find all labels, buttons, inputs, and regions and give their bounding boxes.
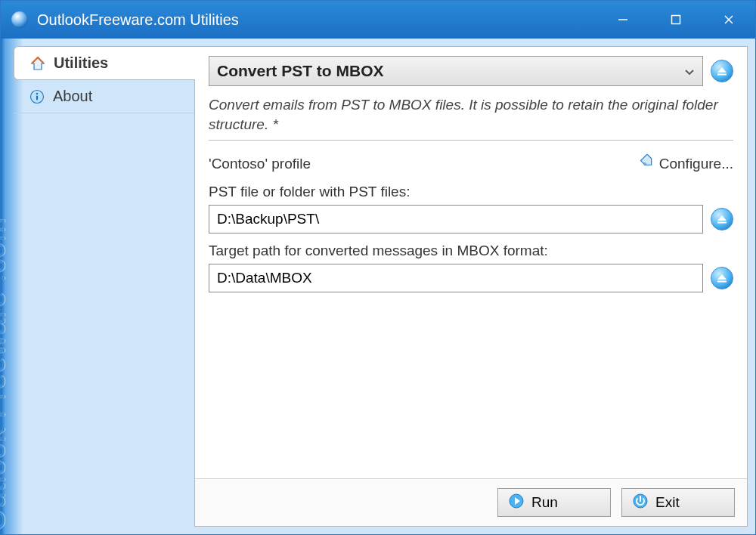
chevron-down-icon	[684, 62, 695, 80]
svg-rect-9	[717, 222, 727, 224]
run-button[interactable]: Run	[497, 488, 611, 517]
content-panel: Convert PST to MBOX Convert emails from …	[194, 46, 748, 527]
svg-rect-7	[717, 74, 727, 76]
header-eject-button[interactable]	[711, 60, 733, 82]
pst-browse-button[interactable]	[711, 208, 733, 230]
target-path-row	[209, 264, 733, 292]
run-label: Run	[531, 494, 558, 511]
utility-header-row: Convert PST to MBOX	[209, 56, 733, 86]
tab-label: Utilities	[54, 54, 108, 72]
configure-link[interactable]: Configure...	[640, 154, 733, 173]
body-area: Utilities About Outlook Freeware .com Co…	[1, 39, 755, 534]
target-path-input[interactable]	[209, 264, 703, 292]
power-icon	[633, 493, 648, 512]
utility-title: Convert PST to MBOX	[217, 62, 384, 80]
play-icon	[509, 493, 524, 512]
utility-selector[interactable]: Convert PST to MBOX	[209, 56, 703, 86]
info-icon	[29, 88, 45, 105]
svg-rect-6	[36, 95, 38, 100]
tab-utilities[interactable]: Utilities	[14, 46, 194, 80]
tab-label: About	[53, 88, 92, 105]
eject-icon	[717, 215, 727, 224]
titlebar: OutlookFreeware.com Utilities	[1, 1, 755, 39]
svg-rect-1	[672, 16, 680, 24]
window-controls	[596, 1, 755, 39]
tag-icon	[640, 154, 655, 173]
svg-point-8	[643, 163, 646, 165]
utility-description: Convert emails from PST to MBOX files. I…	[209, 95, 733, 134]
footer-bar: Run Exit	[195, 478, 747, 526]
minimize-button[interactable]	[596, 1, 649, 39]
configure-label: Configure...	[659, 156, 733, 172]
pst-path-input[interactable]	[209, 205, 703, 233]
profile-label: 'Contoso' profile	[209, 156, 311, 172]
tab-about[interactable]: About	[14, 80, 194, 113]
window-title: OutlookFreeware.com Utilities	[37, 11, 596, 29]
app-window: OutlookFreeware.com Utilities Utilities	[0, 0, 756, 535]
eject-icon	[717, 66, 727, 76]
svg-rect-10	[717, 281, 727, 283]
home-icon	[29, 55, 46, 72]
exit-button[interactable]: Exit	[621, 488, 735, 517]
maximize-button[interactable]	[649, 1, 702, 39]
sidebar: Utilities About Outlook Freeware .com	[1, 39, 194, 534]
close-button[interactable]	[702, 1, 755, 39]
app-icon	[11, 11, 28, 28]
target-browse-button[interactable]	[711, 267, 733, 289]
exit-label: Exit	[655, 494, 680, 511]
profile-row: 'Contoso' profile Configure...	[209, 154, 733, 173]
svg-point-5	[36, 92, 39, 94]
brand-watermark: Outlook Freeware .com	[0, 217, 11, 531]
pst-path-row	[209, 205, 733, 233]
divider	[209, 140, 733, 141]
eject-icon	[717, 274, 727, 283]
pst-path-label: PST file or folder with PST files:	[209, 184, 733, 200]
content-inner: Convert PST to MBOX Convert emails from …	[195, 47, 747, 478]
target-path-label: Target path for converted messages in MB…	[209, 243, 733, 259]
